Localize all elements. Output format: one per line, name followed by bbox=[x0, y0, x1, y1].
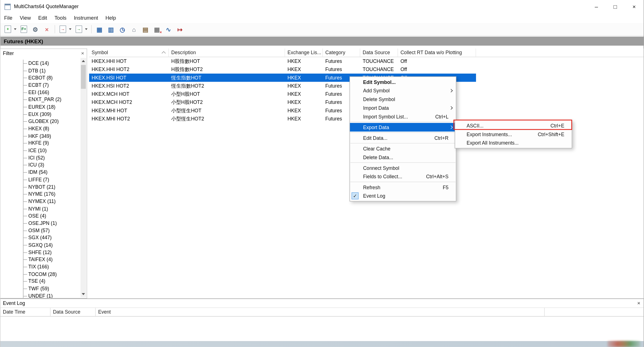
tree-item-tix-166[interactable]: TIX (166) bbox=[23, 263, 81, 271]
tree-item-nymi-1[interactable]: NYMI (1) bbox=[23, 205, 81, 212]
tree-item-hkex-8[interactable]: HKEX (8) bbox=[23, 125, 81, 132]
context-menu-item-import-data[interactable]: Import Data bbox=[350, 104, 456, 112]
delete-symbol-button[interactable]: × bbox=[42, 24, 52, 35]
scrollbar-thumb[interactable] bbox=[81, 65, 86, 89]
context-menu-item-fields-to-collect[interactable]: Fields to Collect...Ctrl+Alt+S bbox=[350, 172, 456, 181]
menu-instrument[interactable]: Instrument bbox=[70, 13, 102, 23]
column-header-data-source[interactable]: Data Source bbox=[360, 49, 398, 57]
tree-item-nybot-21[interactable]: NYBOT (21) bbox=[23, 183, 81, 191]
event-log-column-event[interactable]: Event bbox=[96, 308, 544, 316]
menu-item-label: Refresh bbox=[363, 184, 380, 190]
tree-scrollbar[interactable] bbox=[81, 58, 86, 297]
context-menu-item-import-symbol-list[interactable]: Import Symbol List...Ctrl+L bbox=[350, 112, 456, 121]
export-submenu-item-export-instruments[interactable]: Export Instruments...Ctrl+Shift+E bbox=[455, 130, 572, 139]
holidays-calendar-button[interactable]: ▦× bbox=[152, 24, 162, 35]
menu-view[interactable]: View bbox=[16, 13, 34, 23]
exchanges-bank-button[interactable]: ⌂ bbox=[129, 24, 139, 35]
symbol-dictionary-book-button[interactable]: ▤ bbox=[141, 24, 150, 35]
export-symbols-button[interactable]: → bbox=[58, 24, 68, 35]
tree-item-ice-10[interactable]: ICE (10) bbox=[23, 147, 81, 154]
menu-tools[interactable]: Tools bbox=[51, 13, 70, 23]
context-menu-item-delete-symbol[interactable]: Delete Symbol bbox=[350, 95, 456, 104]
column-header-symbol[interactable]: Symbol bbox=[89, 49, 169, 57]
menu-help[interactable]: Help bbox=[102, 13, 120, 23]
tree-item-enxt-par-2[interactable]: ENXT_PAR (2) bbox=[23, 96, 81, 103]
tree-item-eux-309[interactable]: EUX (309) bbox=[23, 111, 81, 118]
tree-item-shfe-12[interactable]: SHFE (12) bbox=[23, 249, 81, 256]
column-header-label: Symbol bbox=[92, 50, 108, 56]
menu-edit[interactable]: Edit bbox=[34, 13, 51, 23]
category-caption: Futures (HKEX) bbox=[0, 36, 643, 45]
tree-item-tocom-28[interactable]: TOCOM (28) bbox=[23, 270, 81, 278]
tree-item-nyme-176[interactable]: NYME (176) bbox=[23, 191, 81, 198]
main-area: Filter × DCE (14)DTB (1)ECBOT (8)ECBT (7… bbox=[0, 49, 643, 298]
tree-item-ose-4[interactable]: OSE (4) bbox=[23, 212, 81, 220]
data-sources-grid-button[interactable]: ▦ bbox=[95, 24, 104, 35]
event-log-close-button[interactable]: × bbox=[637, 300, 644, 306]
table-row[interactable]: HKEX.HHI HOT2H股指數HOT2HKEXFuturesTOUCHANC… bbox=[89, 65, 476, 74]
tree-item-icu-3[interactable]: ICU (3) bbox=[23, 161, 81, 169]
column-header-exchange-lis[interactable]: Exchange Lis... bbox=[285, 49, 323, 57]
close-button[interactable]: × bbox=[625, 0, 643, 13]
menu-item-label: Connect Symbol bbox=[363, 165, 399, 171]
minimize-button[interactable]: – bbox=[587, 0, 606, 13]
tree-item-hkf-349[interactable]: HKF (349) bbox=[23, 132, 81, 140]
context-menu-item-clear-cache[interactable]: Clear Cache bbox=[350, 144, 456, 153]
tree-item-nymex-11[interactable]: NYMEX (11) bbox=[23, 198, 81, 205]
import-symbols-dropdown-icon[interactable] bbox=[85, 28, 88, 30]
export-symbols-dropdown-icon[interactable] bbox=[69, 28, 72, 30]
tree-item-eurex-18[interactable]: EUREX (18) bbox=[23, 103, 81, 111]
tree-item-idm-54[interactable]: IDM (54) bbox=[23, 169, 81, 176]
edit-data-chart-button[interactable]: ∿ bbox=[164, 24, 173, 35]
column-header-description[interactable]: Description bbox=[169, 49, 285, 57]
tree-item-sgxq-14[interactable]: SGXQ (14) bbox=[23, 241, 81, 249]
export-submenu-item-ascii[interactable]: ASCII...Ctrl+E bbox=[455, 121, 572, 130]
window-controls: – □ × bbox=[587, 0, 643, 13]
new-symbol-dropdown-icon[interactable] bbox=[14, 28, 17, 30]
tree-item-dtb-1[interactable]: DTB (1) bbox=[23, 67, 81, 74]
sessions-table-button[interactable]: ▥ bbox=[106, 24, 116, 35]
tree-item-hkfe-9[interactable]: HKFE (9) bbox=[23, 140, 81, 147]
tree-item-ecbt-7[interactable]: ECBT (7) bbox=[23, 81, 81, 89]
tree-item-osm-57[interactable]: OSM (57) bbox=[23, 227, 81, 234]
context-menu-item-refresh[interactable]: RefreshF5 bbox=[350, 183, 456, 192]
export-submenu-item-export-all-instruments[interactable]: Export All Instruments... bbox=[455, 138, 572, 147]
maximize-button[interactable]: □ bbox=[606, 0, 625, 13]
time-zones-clock-button[interactable]: ◷ bbox=[118, 24, 127, 35]
tree-item-liffe-7[interactable]: LIFFE (7) bbox=[23, 176, 81, 183]
context-menu-item-connect-symbol[interactable]: Connect Symbol bbox=[350, 164, 456, 172]
event-log-columns-filler bbox=[545, 308, 644, 316]
context-menu-item-event-log[interactable]: ✓Event Log bbox=[350, 191, 456, 200]
settings-gear-button[interactable]: ⚙ bbox=[30, 24, 40, 35]
context-menu-item-edit-symbol[interactable]: Edit Symbol... bbox=[350, 78, 456, 86]
export-data-doc-button[interactable]: ↦ bbox=[175, 24, 185, 35]
context-menu-item-edit-data[interactable]: Edit Data...Ctrl+R bbox=[350, 134, 456, 142]
context-menu-item-export-data[interactable]: Export Data bbox=[350, 123, 456, 132]
event-log-column-date-time[interactable]: Date Time bbox=[0, 308, 50, 316]
scroll-down-button[interactable] bbox=[81, 291, 86, 297]
tree-item-undef-1[interactable]: UNDEF (1) bbox=[23, 292, 81, 298]
scroll-up-button[interactable] bbox=[81, 58, 86, 64]
column-header-collect-rt-data-w-o-plotting[interactable]: Collect RT Data w/o Plotting bbox=[398, 49, 476, 57]
menu-file[interactable]: File bbox=[0, 13, 16, 23]
import-symbols-button[interactable]: → bbox=[74, 24, 84, 35]
tree-item-sgx-447[interactable]: SGX (447) bbox=[23, 234, 81, 241]
tree-item-ecbot-8[interactable]: ECBOT (8) bbox=[23, 74, 81, 81]
context-menu-item-delete-data[interactable]: Delete Data... bbox=[350, 153, 456, 162]
tree-item-ose-jpn-1[interactable]: OSE.JPN (1) bbox=[23, 220, 81, 227]
filter-close-button[interactable]: × bbox=[81, 50, 87, 56]
tree-item-eei-166[interactable]: EEI (166) bbox=[23, 89, 81, 96]
tree-item-twf-59[interactable]: TWF (59) bbox=[23, 285, 81, 292]
table-row[interactable]: HKEX.HHI HOTH股指數HOTHKEXFuturesTOUCHANCEO… bbox=[89, 57, 476, 65]
edit-data-chart-icon: ∿ bbox=[166, 26, 171, 32]
tree-item-dce-14[interactable]: DCE (14) bbox=[23, 60, 81, 67]
event-log-column-data-source[interactable]: Data Source bbox=[50, 308, 96, 316]
tree-item-ici-52[interactable]: ICI (52) bbox=[23, 154, 81, 161]
add-instrument-button[interactable]: F+ bbox=[19, 24, 29, 35]
context-menu-item-add-symbol[interactable]: Add Symbol bbox=[350, 86, 456, 95]
tree-item-globex-20[interactable]: GLOBEX (20) bbox=[23, 118, 81, 125]
tree-item-taifex-4[interactable]: TAIFEX (4) bbox=[23, 256, 81, 263]
new-symbol-button[interactable]: + bbox=[3, 24, 13, 35]
column-header-category[interactable]: Category bbox=[323, 49, 360, 57]
tree-item-tse-4[interactable]: TSE (4) bbox=[23, 278, 81, 285]
